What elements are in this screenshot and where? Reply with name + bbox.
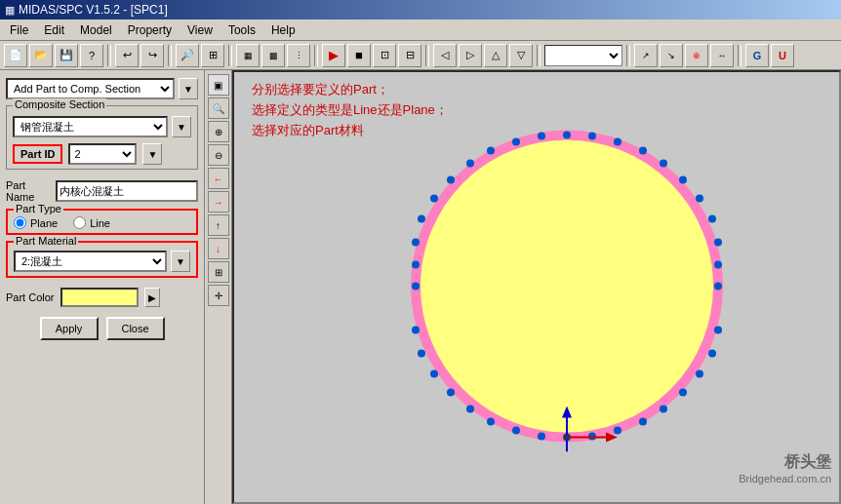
part-material-row: 2:混凝土 ▼ [14,251,190,272]
side-icon-fit[interactable]: ⊞ [208,261,229,283]
undo-button[interactable]: ↩ [115,44,139,67]
mode2-button[interactable]: U [771,44,794,67]
part-type-label: Part Type [14,203,63,214]
svg-point-6 [714,326,722,333]
svg-point-36 [487,146,495,154]
svg-point-12 [466,405,474,412]
grid-button[interactable]: ⊞ [201,44,224,67]
watermark-line2: Bridgehead.com.cn [739,473,831,485]
extra4-button[interactable]: ↔ [710,44,734,67]
svg-point-4 [714,238,722,246]
composite-section-label: Composite Section [13,98,106,110]
menu-help[interactable]: Help [263,21,303,39]
composite-section-group: Composite Section 钢管混凝土 ▼ Part ID 2 ▼ [6,105,198,170]
extra1-button[interactable]: ↗ [634,44,658,67]
side-icon-zoom[interactable]: 🔍 [208,97,229,119]
view1-button[interactable]: ▦ [236,44,260,67]
open-button[interactable]: 📂 [29,44,53,67]
part-name-label: Part Name [6,179,50,203]
origin-dot [564,434,570,440]
menu-tools[interactable]: Tools [220,21,263,39]
svg-point-27 [639,417,647,425]
menu-bar: File Edit Model Property View Tools Help [0,19,841,41]
circle-container [401,120,733,454]
svg-point-37 [538,132,545,139]
side-icon-move[interactable]: ✛ [208,285,229,306]
new-button[interactable]: 📄 [4,44,27,67]
svg-point-30 [487,417,495,425]
part-id-row: Part ID 2 ▼ [13,143,191,165]
composite-section-select[interactable]: 钢管混凝土 [13,116,168,137]
radio-line[interactable]: Line [73,216,110,229]
side-icon-down[interactable]: ↓ [208,238,229,259]
part-material-group: Part Material 2:混凝土 ▼ [6,241,198,278]
part-name-row: Part Name [6,179,198,203]
part-color-btn[interactable]: ▶ [144,288,160,307]
svg-point-20 [588,132,596,139]
view4-button[interactable]: ⊡ [373,44,396,67]
extra2-button[interactable]: ↘ [660,44,683,67]
side-icon-right[interactable]: → [208,191,229,213]
side-icon-zoomout[interactable]: ⊖ [208,144,229,166]
side-icon-up[interactable]: ↑ [208,214,229,236]
circle-svg [401,120,733,451]
nav4-button[interactable]: ▽ [509,44,533,67]
action-dropdown-btn[interactable]: ▼ [179,78,198,99]
mode1-button[interactable]: G [745,44,769,67]
action-dropdown[interactable]: Add Part to Comp. Section [6,78,175,99]
redo-button[interactable]: ↪ [140,44,164,67]
nav2-button[interactable]: ▷ [459,44,482,67]
app-icon: ▦ [5,4,15,17]
menu-model[interactable]: Model [72,21,120,39]
part-color-row: Part Color ▶ [6,288,198,307]
radio-line-input[interactable] [73,216,86,229]
svg-point-23 [708,214,716,222]
part-material-btn[interactable]: ▼ [171,251,190,272]
side-icon-left[interactable]: ← [208,168,229,189]
svg-point-2 [660,159,667,167]
sep2 [168,45,172,66]
svg-point-24 [714,260,722,268]
radio-plane-label: Plane [30,217,58,229]
run-button[interactable]: ▶ [322,44,345,67]
view5-button[interactable]: ⊟ [398,44,421,67]
menu-view[interactable]: View [180,21,220,39]
zoom-in-button[interactable]: 🔎 [176,44,199,67]
view3-button[interactable]: ⋮ [287,44,310,67]
apply-button[interactable]: Apply [40,317,99,340]
annotation-line2: 选择定义的类型是Line还是Plane； [252,100,448,121]
help-button[interactable]: ? [80,44,103,67]
part-color-box[interactable] [60,288,139,307]
window-title: MIDAS/SPC V1.5.2 - [SPC1] [19,3,168,17]
part-id-select[interactable]: 2 [68,143,137,165]
svg-point-1 [614,137,621,145]
radio-line-label: Line [90,217,110,229]
left-panel: Add Part to Comp. Section ▼ Composite Se… [0,70,205,504]
button-row: Apply Close [6,317,198,340]
nav3-button[interactable]: △ [484,44,507,67]
side-icon-select[interactable]: ▣ [208,74,229,96]
composite-section-btn[interactable]: ▼ [172,116,191,137]
extra3-button[interactable]: ⊕ [685,44,708,67]
nav1-button[interactable]: ◁ [433,44,457,67]
side-icon-zoomin[interactable]: ⊕ [208,121,229,142]
menu-file[interactable]: File [2,21,36,39]
radio-plane-input[interactable] [14,216,26,229]
svg-point-34 [418,214,425,222]
part-id-btn[interactable]: ▼ [142,143,162,165]
toolbar: 📄 📂 💾 ? ↩ ↪ 🔎 ⊞ ▦ ▩ ⋮ ▶ ■ ⊡ ⊟ ◁ ▷ △ ▽ ↗ … [0,41,841,70]
menu-property[interactable]: Property [120,21,180,39]
svg-point-18 [466,159,474,167]
save-button[interactable]: 💾 [55,44,78,67]
svg-point-26 [679,388,687,396]
radio-plane[interactable]: Plane [14,216,58,229]
stop-button[interactable]: ■ [347,44,371,67]
sep1 [107,45,111,66]
part-material-label: Part Material [14,235,78,247]
toolbar-dropdown[interactable] [544,45,622,66]
close-button[interactable]: Close [106,317,165,340]
part-name-input[interactable] [56,180,198,202]
menu-edit[interactable]: Edit [36,21,72,39]
part-material-select[interactable]: 2:混凝土 [14,251,167,272]
view2-button[interactable]: ▩ [261,44,285,67]
